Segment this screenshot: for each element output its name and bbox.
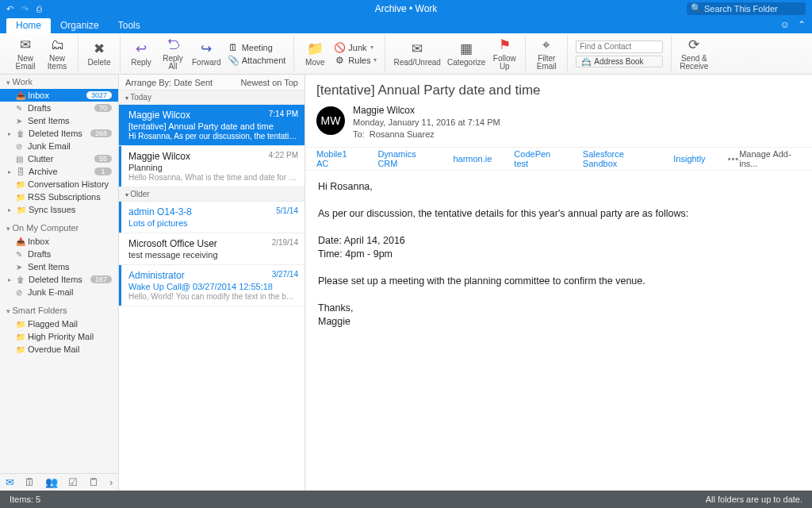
search-input[interactable] [687, 2, 806, 15]
folder-overdue[interactable]: 📁Overdue Mail [0, 343, 118, 356]
print-icon[interactable]: ⎙ [36, 4, 42, 13]
archive-icon: 🗄 [17, 167, 25, 176]
folder-sent[interactable]: ➤Sent Items [0, 114, 118, 127]
message-item[interactable]: Maggie Wilcox7:14 PM [tentative] Annual … [119, 105, 304, 146]
send-receive-button[interactable]: ⟳Send & Receive [676, 37, 711, 71]
tab-home[interactable]: Home [6, 18, 51, 33]
badge: 3027 [86, 91, 112, 99]
calendar-nav-icon[interactable]: 🗓 [25, 476, 35, 488]
folder-inbox[interactable]: 📥Inbox3027 [0, 89, 118, 102]
sent-icon: ➤ [16, 263, 24, 271]
nav-switcher: ✉︎ 🗓 👥 ☑︎ 🗒 › [0, 473, 119, 491]
folder-icon: 📁 [16, 193, 24, 202]
smiley-icon[interactable]: ☺︎ [780, 19, 790, 30]
message-item[interactable]: Administrator3/27/14 Wake Up Call@ 03/27… [119, 265, 304, 306]
folder-icon: 📁 [17, 206, 25, 214]
address-book-button[interactable]: 📇Address Book [576, 56, 663, 67]
message-item[interactable]: admin O14-3-85/1/14 Lots of pictures [119, 202, 304, 233]
folder-icon: 📁 [16, 180, 24, 189]
clutter-icon: ▤ [16, 155, 24, 164]
categorize-icon: ▦ [460, 41, 473, 57]
folder-drafts[interactable]: ✎Drafts70 [0, 102, 118, 114]
follow-up-button[interactable]: ⚑Follow Up [488, 37, 520, 71]
folder-local-inbox[interactable]: 📥Inbox [0, 235, 118, 248]
addin-item[interactable]: CodePen test [514, 149, 561, 168]
addin-item[interactable]: Salesforce Sandbox [583, 149, 651, 168]
status-items: Items: 5 [10, 495, 40, 504]
manage-addins-link[interactable]: Manage Add-ins... [739, 149, 801, 168]
tasks-nav-icon[interactable]: ☑︎ [68, 476, 78, 488]
arrange-bar[interactable]: Arrange By: Date Sent Newest on Top [119, 75, 304, 90]
folder-clutter[interactable]: ▤Clutter55 [0, 152, 118, 165]
folder-flagged[interactable]: 📁Flagged Mail [0, 318, 118, 330]
junk-button[interactable]: 🚫Junk▾ [334, 42, 377, 53]
folder-junk[interactable]: ⊘Junk Email [0, 140, 118, 152]
addin-item[interactable]: Insightly [673, 154, 705, 164]
folder-local-deleted[interactable]: ▸🗑Deleted Items167 [0, 273, 118, 286]
categorize-button[interactable]: ▦Categorize [444, 41, 488, 67]
forward-button[interactable]: ↪︎Forward [189, 41, 224, 67]
new-email-button[interactable]: ✉︎New Email [10, 37, 41, 71]
find-contact-input[interactable] [576, 40, 663, 53]
notes-nav-icon[interactable]: 🗒 [89, 476, 99, 488]
attachment-button[interactable]: 📎Attachment [228, 55, 286, 66]
message-item[interactable]: Maggie Wilcox4:22 PM Planning Hello Rosa… [119, 146, 304, 187]
folder-icon: 📁 [16, 320, 24, 329]
rules-button[interactable]: ⚙︎Rules▾ [334, 55, 377, 66]
addin-item[interactable]: harmon.ie [453, 154, 492, 164]
new-items-button[interactable]: 🗂New Items [41, 37, 73, 71]
arrange-order-label[interactable]: Newest on Top [240, 78, 298, 87]
folder-pane: Work 📥Inbox3027 ✎Drafts70 ➤Sent Items ▸🗑… [0, 75, 119, 491]
chevron-right-icon: ▸ [8, 276, 11, 283]
folder-local-drafts[interactable]: ✎Drafts [0, 248, 118, 260]
ribbon: ✉︎New Email 🗂New Items ✖︎Delete ↩︎Reply … [0, 33, 812, 75]
move-icon: 📁 [307, 41, 324, 57]
group-today[interactable]: Today [119, 90, 304, 105]
message-item[interactable]: Microsoft Office User2/19/14 test messag… [119, 233, 304, 265]
folder-conversation-history[interactable]: 📁Conversation History [0, 178, 118, 190]
account-header-smart[interactable]: Smart Folders [0, 303, 118, 318]
undo-icon[interactable]: ↶ [6, 4, 13, 14]
folder-local-sent[interactable]: ➤Sent Items [0, 260, 118, 273]
delete-button[interactable]: ✖︎Delete [83, 41, 115, 67]
reply-button[interactable]: ↩︎Reply [125, 41, 157, 67]
message-list: Arrange By: Date Sent Newest on Top Toda… [119, 75, 305, 491]
delete-icon: ✖︎ [94, 41, 105, 57]
meeting-button[interactable]: 🗓Meeting [228, 42, 286, 53]
addin-overflow-icon[interactable]: ••• [728, 154, 740, 164]
nav-more-icon[interactable]: › [109, 476, 113, 488]
folder-high-priority[interactable]: 📁High Priority Mail [0, 330, 118, 343]
addin-item[interactable]: Dynamics CRM [377, 149, 431, 168]
folder-archive[interactable]: ▸🗄Archive1 [0, 165, 118, 178]
account-header-onmycomputer[interactable]: On My Computer [0, 221, 118, 235]
flag-icon: ⚑ [499, 37, 511, 53]
rules-icon: ⚙︎ [334, 55, 345, 66]
account-header-work[interactable]: Work [0, 75, 118, 89]
arrange-by-label[interactable]: Arrange By: Date Sent [125, 78, 213, 87]
help-chevron-icon[interactable]: ⌃ [798, 19, 806, 30]
address-book-icon: 📇 [581, 57, 591, 66]
folder-local-junk[interactable]: ⊘Junk E-mail [0, 286, 118, 298]
tab-organize[interactable]: Organize [51, 18, 109, 33]
move-button[interactable]: 📁Move [299, 41, 331, 67]
group-older[interactable]: Older [119, 187, 304, 202]
people-nav-icon[interactable]: 👥 [45, 476, 58, 488]
mail-nav-icon[interactable]: ✉︎ [6, 476, 14, 488]
title-bar: ↶ ↷ ⎙ Archive • Work 🔍 [0, 0, 812, 17]
folder-sync-issues[interactable]: ▸📁Sync Issues [0, 203, 118, 216]
folder-rss[interactable]: 📁RSS Subscriptions [0, 190, 118, 203]
attachment-icon: 📎 [228, 55, 239, 66]
redo-icon[interactable]: ↷ [21, 4, 29, 14]
filter-email-button[interactable]: ⌖Filter Email [530, 37, 562, 71]
tab-tools[interactable]: Tools [109, 18, 150, 33]
junk-folder-icon: ⊘ [16, 288, 24, 297]
reply-all-icon: ⮌ [167, 37, 180, 53]
search-box[interactable]: 🔍 [687, 2, 806, 15]
addin-item[interactable]: Mobile1 AC [316, 149, 355, 168]
unread-bar [119, 265, 121, 306]
reply-icon: ↩︎ [136, 41, 147, 57]
folder-deleted[interactable]: ▸🗑Deleted Items268 [0, 127, 118, 140]
read-unread-button[interactable]: ✉︎Read/Unread [390, 41, 443, 67]
reply-all-button[interactable]: ⮌Reply All [157, 37, 189, 71]
chevron-right-icon: ▸ [8, 206, 11, 214]
